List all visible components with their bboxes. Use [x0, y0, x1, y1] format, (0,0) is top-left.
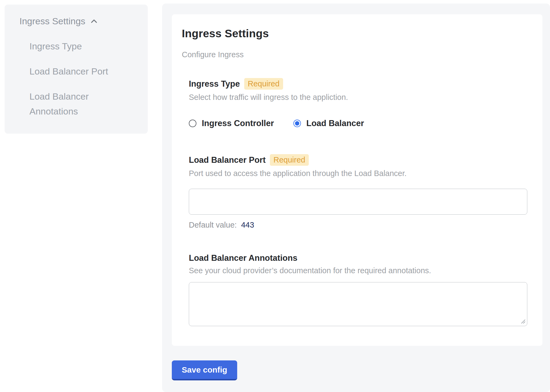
radio-option-ingress-controller[interactable]: Ingress Controller [189, 119, 274, 128]
radio-icon[interactable] [189, 120, 196, 127]
sidebar-item-ingress-settings[interactable]: Ingress Settings [19, 16, 137, 26]
chevron-up-icon [90, 17, 98, 26]
resize-handle-icon[interactable] [520, 318, 526, 324]
section-label-load-balancer-annotations: Load Balancer Annotations [189, 253, 297, 263]
sidebar-item-load-balancer-annotations[interactable]: Load Balancer Annotations [29, 89, 119, 119]
radio-icon[interactable] [293, 120, 301, 127]
radio-option-load-balancer[interactable]: Load Balancer [293, 119, 364, 128]
settings-card: Ingress Settings Configure Ingress Ingre… [172, 14, 542, 346]
required-badge: Required [270, 154, 309, 166]
load-balancer-annotations-textarea[interactable] [189, 282, 527, 326]
default-value-note: Default value: 443 [189, 221, 527, 229]
section-label-load-balancer-port: Load Balancer Port [189, 155, 266, 165]
settings-nav: Ingress Settings Ingress Type Load Balan… [5, 5, 148, 134]
section-description-load-balancer-port: Port used to access the application thro… [189, 169, 527, 178]
section-description-load-balancer-annotations: See your cloud provider’s documentation … [189, 266, 527, 275]
section-label-ingress-type: Ingress Type [189, 79, 240, 89]
required-badge: Required [244, 78, 283, 90]
section-description-ingress-type: Select how traffic will ingress to the a… [189, 93, 527, 102]
sidebar-item-ingress-type[interactable]: Ingress Type [29, 39, 119, 54]
sidebar-item-load-balancer-port[interactable]: Load Balancer Port [29, 64, 119, 79]
section-load-balancer-annotations: Load Balancer Annotations See your cloud… [189, 253, 527, 326]
page-subtitle: Configure Ingress [182, 50, 527, 59]
section-load-balancer-port: Load Balancer Port Required Port used to… [189, 154, 527, 229]
section-ingress-type: Ingress Type Required Select how traffic… [189, 78, 527, 128]
load-balancer-port-input[interactable] [189, 189, 527, 215]
default-value: 443 [241, 221, 254, 229]
default-value-label: Default value: [189, 221, 237, 229]
radio-label: Ingress Controller [202, 119, 274, 128]
radio-label: Load Balancer [306, 119, 364, 128]
sidebar-section-label: Ingress Settings [19, 16, 85, 26]
ingress-type-radio-group: Ingress Controller Load Balancer [189, 119, 527, 128]
main-panel: Ingress Settings Configure Ingress Ingre… [162, 4, 550, 392]
save-config-button[interactable]: Save config [172, 360, 237, 380]
page-title: Ingress Settings [182, 27, 527, 40]
